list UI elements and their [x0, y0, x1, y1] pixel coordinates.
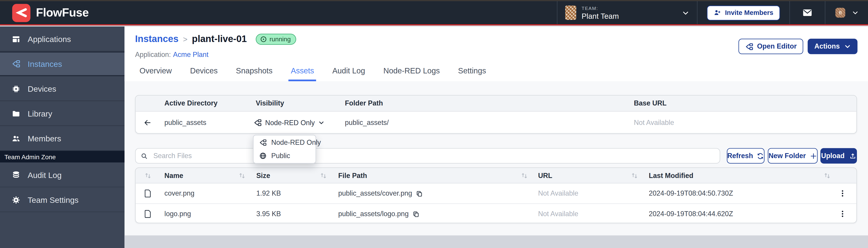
sidebar-item-instances[interactable]: Instances	[0, 51, 124, 76]
chevron-down-icon	[682, 9, 689, 16]
col-file-path[interactable]: File Path	[338, 172, 367, 179]
chevron-down-icon	[844, 43, 851, 50]
sidebar-item-team-settings[interactable]: Team Settings	[0, 187, 124, 212]
sort-icon[interactable]	[824, 172, 831, 179]
assets-content: Active Directory Visibility Folder Path …	[124, 81, 868, 248]
sidebar: Applications Instances Devices Library M…	[0, 27, 124, 248]
sidebar-item-label: Applications	[28, 35, 71, 43]
base-url-value: Not Available	[634, 119, 674, 127]
mail-icon	[803, 9, 812, 16]
page-header: Instances > plant-live-01 running Applic…	[124, 27, 868, 81]
invite-members-button[interactable]: Invite Members	[707, 5, 780, 20]
col-name[interactable]: Name	[164, 172, 183, 179]
sort-icon[interactable]	[145, 172, 152, 179]
sidebar-item-members[interactable]: Members	[0, 126, 124, 151]
logo-text: FlowFuse	[36, 6, 89, 20]
application-label: Application:	[135, 51, 171, 59]
search-input[interactable]	[152, 151, 715, 160]
copy-icon[interactable]	[412, 210, 420, 217]
visibility-select[interactable]: Node-RED Only	[253, 118, 324, 127]
col-size[interactable]: Size	[256, 172, 270, 179]
team-avatar	[565, 5, 576, 20]
sidebar-item-applications[interactable]: Applications	[0, 27, 124, 51]
breadcrumb-separator: >	[183, 35, 187, 44]
file-path-value: public_assets/cover.png	[338, 189, 412, 197]
col-last-modified[interactable]: Last Modified	[649, 172, 693, 179]
applications-icon	[11, 35, 20, 43]
sort-icon[interactable]	[521, 172, 528, 179]
upload-button[interactable]: Upload	[820, 148, 857, 164]
page-title: plant-live-01	[192, 34, 247, 45]
files-table-header: Name Size File Path URL Last Modified	[135, 168, 856, 184]
sidebar-item-label: Devices	[28, 84, 56, 93]
sidebar-item-label: Instances	[28, 60, 62, 68]
users-icon	[11, 134, 20, 143]
arrow-left-icon[interactable]	[144, 118, 152, 127]
open-editor-button[interactable]: Open Editor	[738, 39, 804, 54]
tab-snapshots[interactable]: Snapshots	[236, 66, 273, 81]
node-red-icon	[259, 139, 267, 146]
dropdown-option-label: Node-RED Only	[271, 139, 321, 146]
sidebar-item-library[interactable]: Library	[0, 101, 124, 126]
table-row[interactable]: cover.png 1.92 KB public_assets/cover.pn…	[135, 183, 856, 204]
search-files-box	[135, 148, 720, 164]
team-selector[interactable]: TEAM: Plant Team	[557, 1, 697, 24]
file-name: cover.png	[164, 189, 195, 197]
file-url: Not Available	[538, 210, 578, 218]
app-window: FlowFuse TEAM: Plant Team	[0, 0, 868, 248]
tab-overview[interactable]: Overview	[140, 66, 172, 81]
visibility-dropdown: Node-RED Only Public	[253, 135, 316, 164]
tab-audit-log[interactable]: Audit Log	[332, 66, 365, 81]
node-red-icon	[253, 118, 262, 127]
col-visibility: Visibility	[256, 99, 284, 107]
top-header: FlowFuse TEAM: Plant Team	[0, 1, 868, 26]
actions-button[interactable]: Actions	[808, 39, 858, 54]
sidebar-item-audit-log[interactable]: Audit Log	[0, 163, 124, 187]
directory-name: public_assets	[164, 119, 206, 127]
new-folder-label: New Folder	[769, 152, 806, 160]
col-folder-path: Folder Path	[345, 99, 383, 107]
chip-icon	[11, 84, 20, 93]
actions-label: Actions	[814, 42, 840, 50]
application-link[interactable]: Acme Plant	[173, 51, 208, 59]
file-last-modified: 2024-09-19T08:04:50.730Z	[649, 189, 733, 197]
col-url[interactable]: URL	[538, 172, 552, 179]
notifications-button[interactable]	[790, 1, 825, 24]
sidebar-item-devices[interactable]: Devices	[0, 76, 124, 101]
file-url: Not Available	[538, 189, 578, 197]
file-size: 1.92 KB	[256, 189, 281, 197]
dropdown-option-node-red-only[interactable]: Node-RED Only	[253, 136, 315, 149]
directory-row: public_assets Node-RED Only public_asset…	[135, 112, 856, 134]
user-menu[interactable]: fl	[826, 1, 868, 24]
tab-assets[interactable]: Assets	[291, 66, 314, 81]
new-folder-button[interactable]: New Folder	[768, 148, 817, 164]
file-last-modified: 2024-09-19T08:04:44.620Z	[649, 210, 733, 218]
chevron-down-icon	[852, 9, 859, 16]
visibility-value: Node-RED Only	[265, 119, 315, 127]
upload-label: Upload	[821, 152, 845, 160]
sort-icon[interactable]	[320, 172, 327, 179]
sort-icon[interactable]	[239, 172, 246, 179]
copy-icon[interactable]	[416, 190, 423, 197]
chevron-down-icon	[318, 120, 324, 126]
user-plus-icon	[713, 9, 721, 16]
folder-icon	[11, 109, 20, 118]
kebab-menu-icon[interactable]	[839, 210, 846, 218]
main-area: Instances > plant-live-01 running Applic…	[124, 27, 868, 248]
dropdown-option-public[interactable]: Public	[253, 149, 315, 163]
tab-bar: Overview Devices Snapshots Assets Audit …	[140, 66, 486, 81]
file-icon	[144, 209, 152, 218]
breadcrumb-instances-link[interactable]: Instances	[135, 34, 179, 45]
table-row[interactable]: logo.png 3.95 KB public_assets/logo.png …	[135, 204, 856, 224]
team-name: Plant Team	[582, 12, 619, 20]
search-icon	[141, 152, 148, 160]
sort-icon[interactable]	[631, 172, 638, 179]
refresh-button[interactable]: Refresh	[727, 148, 764, 164]
status-badge: running	[256, 34, 297, 45]
flowfuse-logo[interactable]: FlowFuse	[12, 4, 89, 22]
tab-devices[interactable]: Devices	[190, 66, 218, 81]
tab-node-red-logs[interactable]: Node-RED Logs	[383, 66, 440, 81]
tab-settings[interactable]: Settings	[458, 66, 486, 81]
sidebar-item-label: Team Settings	[28, 196, 79, 204]
kebab-menu-icon[interactable]	[839, 189, 846, 198]
